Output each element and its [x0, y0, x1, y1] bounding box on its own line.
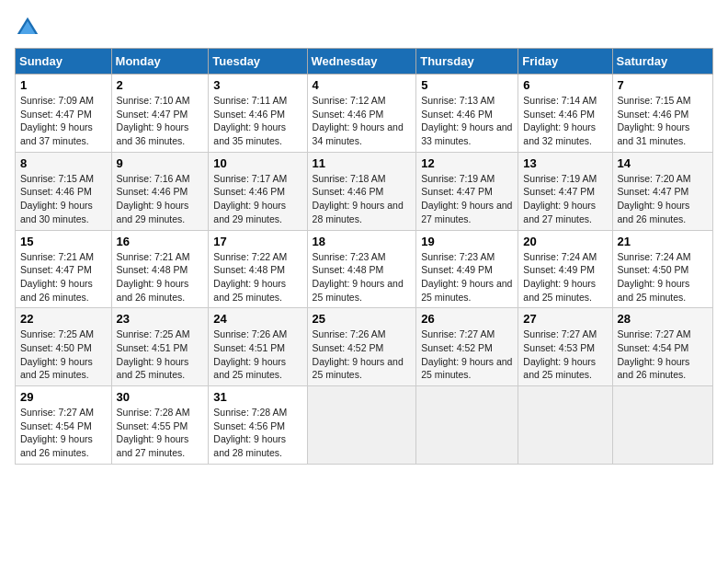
calendar-cell: 13 Sunrise: 7:19 AMSunset: 4:47 PMDaylig…	[518, 152, 612, 230]
day-number: 23	[117, 312, 204, 326]
day-number: 26	[421, 312, 513, 326]
cell-info: Sunrise: 7:21 AMSunset: 4:48 PMDaylight:…	[117, 251, 190, 303]
logo	[15, 15, 44, 40]
day-number: 30	[117, 390, 204, 404]
calendar-cell: 29 Sunrise: 7:27 AMSunset: 4:54 PMDaylig…	[16, 386, 112, 465]
day-number: 31	[213, 390, 301, 404]
day-number: 17	[213, 235, 301, 248]
calendar-cell: 30 Sunrise: 7:28 AMSunset: 4:55 PMDaylig…	[111, 386, 209, 465]
calendar-cell: 25 Sunrise: 7:26 AMSunset: 4:52 PMDaylig…	[307, 308, 416, 386]
day-number: 15	[20, 235, 107, 248]
calendar-cell: 3 Sunrise: 7:11 AMSunset: 4:46 PMDayligh…	[209, 75, 307, 153]
calendar-cell: 17 Sunrise: 7:22 AMSunset: 4:48 PMDaylig…	[209, 230, 307, 308]
cell-info: Sunrise: 7:23 AMSunset: 4:48 PMDaylight:…	[313, 251, 404, 303]
day-number: 29	[20, 390, 107, 404]
calendar-cell: 16 Sunrise: 7:21 AMSunset: 4:48 PMDaylig…	[111, 230, 209, 308]
calendar-table: SundayMondayTuesdayWednesdayThursdayFrid…	[15, 48, 713, 465]
calendar-cell: 2 Sunrise: 7:10 AMSunset: 4:47 PMDayligh…	[111, 75, 209, 153]
day-number: 12	[421, 156, 513, 170]
day-number: 20	[523, 235, 607, 248]
cell-info: Sunrise: 7:10 AMSunset: 4:47 PMDaylight:…	[117, 95, 190, 146]
cell-info: Sunrise: 7:19 AMSunset: 4:47 PMDaylight:…	[523, 173, 597, 224]
calendar-cell: 8 Sunrise: 7:15 AMSunset: 4:46 PMDayligh…	[16, 152, 112, 230]
calendar-cell: 6 Sunrise: 7:14 AMSunset: 4:46 PMDayligh…	[518, 75, 612, 153]
day-number: 18	[313, 235, 412, 248]
day-number: 22	[20, 312, 107, 326]
calendar-cell: 9 Sunrise: 7:16 AMSunset: 4:46 PMDayligh…	[111, 152, 209, 230]
calendar-cell: 26 Sunrise: 7:27 AMSunset: 4:52 PMDaylig…	[416, 308, 518, 386]
calendar-cell: 31 Sunrise: 7:28 AMSunset: 4:56 PMDaylig…	[209, 386, 307, 465]
calendar-cell: 23 Sunrise: 7:25 AMSunset: 4:51 PMDaylig…	[111, 308, 209, 386]
calendar-cell: 20 Sunrise: 7:24 AMSunset: 4:49 PMDaylig…	[518, 230, 612, 308]
cell-info: Sunrise: 7:21 AMSunset: 4:47 PMDaylight:…	[20, 251, 94, 303]
calendar-cell: 22 Sunrise: 7:25 AMSunset: 4:50 PMDaylig…	[16, 308, 112, 386]
day-number: 21	[618, 235, 708, 248]
day-number: 16	[117, 235, 204, 248]
day-of-week-header: Thursday	[416, 49, 518, 75]
logo-icon	[15, 15, 40, 40]
day-of-week-header: Sunday	[16, 49, 112, 75]
day-of-week-header: Monday	[111, 49, 209, 75]
calendar-cell	[307, 386, 416, 465]
day-number: 14	[618, 156, 708, 170]
cell-info: Sunrise: 7:20 AMSunset: 4:47 PMDaylight:…	[618, 173, 691, 224]
cell-info: Sunrise: 7:27 AMSunset: 4:54 PMDaylight:…	[20, 407, 94, 458]
calendar-cell	[416, 386, 518, 465]
cell-info: Sunrise: 7:15 AMSunset: 4:46 PMDaylight:…	[20, 173, 94, 224]
cell-info: Sunrise: 7:11 AMSunset: 4:46 PMDaylight:…	[213, 95, 287, 146]
cell-info: Sunrise: 7:26 AMSunset: 4:51 PMDaylight:…	[213, 328, 287, 380]
day-number: 24	[213, 312, 301, 326]
day-number: 6	[523, 78, 607, 92]
header	[15, 15, 713, 40]
calendar-cell: 24 Sunrise: 7:26 AMSunset: 4:51 PMDaylig…	[209, 308, 307, 386]
calendar-cell: 21 Sunrise: 7:24 AMSunset: 4:50 PMDaylig…	[612, 230, 712, 308]
cell-info: Sunrise: 7:27 AMSunset: 4:53 PMDaylight:…	[523, 328, 597, 380]
cell-info: Sunrise: 7:18 AMSunset: 4:46 PMDaylight:…	[313, 173, 404, 224]
day-number: 27	[523, 312, 607, 326]
calendar-cell: 19 Sunrise: 7:23 AMSunset: 4:49 PMDaylig…	[416, 230, 518, 308]
day-of-week-header: Wednesday	[307, 49, 416, 75]
cell-info: Sunrise: 7:19 AMSunset: 4:47 PMDaylight:…	[421, 173, 512, 224]
cell-info: Sunrise: 7:27 AMSunset: 4:52 PMDaylight:…	[421, 328, 512, 380]
day-number: 4	[313, 78, 412, 92]
day-number: 19	[421, 235, 513, 248]
cell-info: Sunrise: 7:14 AMSunset: 4:46 PMDaylight:…	[523, 95, 597, 146]
cell-info: Sunrise: 7:17 AMSunset: 4:46 PMDaylight:…	[213, 173, 287, 224]
calendar-cell: 27 Sunrise: 7:27 AMSunset: 4:53 PMDaylig…	[518, 308, 612, 386]
calendar-cell: 4 Sunrise: 7:12 AMSunset: 4:46 PMDayligh…	[307, 75, 416, 153]
day-number: 2	[117, 78, 204, 92]
calendar-cell: 11 Sunrise: 7:18 AMSunset: 4:46 PMDaylig…	[307, 152, 416, 230]
calendar-cell: 10 Sunrise: 7:17 AMSunset: 4:46 PMDaylig…	[209, 152, 307, 230]
day-number: 11	[313, 156, 412, 170]
calendar-cell	[518, 386, 612, 465]
day-number: 5	[421, 78, 513, 92]
cell-info: Sunrise: 7:23 AMSunset: 4:49 PMDaylight:…	[421, 251, 512, 303]
day-number: 8	[20, 156, 107, 170]
cell-info: Sunrise: 7:25 AMSunset: 4:51 PMDaylight:…	[117, 328, 190, 380]
day-of-week-header: Saturday	[612, 49, 712, 75]
calendar-cell: 12 Sunrise: 7:19 AMSunset: 4:47 PMDaylig…	[416, 152, 518, 230]
day-number: 10	[213, 156, 301, 170]
cell-info: Sunrise: 7:22 AMSunset: 4:48 PMDaylight:…	[213, 251, 287, 303]
calendar-cell	[612, 386, 712, 465]
day-number: 13	[523, 156, 607, 170]
day-number: 1	[20, 78, 107, 92]
cell-info: Sunrise: 7:15 AMSunset: 4:46 PMDaylight:…	[618, 95, 691, 146]
cell-info: Sunrise: 7:28 AMSunset: 4:55 PMDaylight:…	[117, 407, 190, 458]
day-number: 3	[213, 78, 301, 92]
calendar-cell: 7 Sunrise: 7:15 AMSunset: 4:46 PMDayligh…	[612, 75, 712, 153]
day-number: 25	[313, 312, 412, 326]
calendar-cell: 5 Sunrise: 7:13 AMSunset: 4:46 PMDayligh…	[416, 75, 518, 153]
day-of-week-header: Tuesday	[209, 49, 307, 75]
day-number: 9	[117, 156, 204, 170]
cell-info: Sunrise: 7:16 AMSunset: 4:46 PMDaylight:…	[117, 173, 190, 224]
cell-info: Sunrise: 7:28 AMSunset: 4:56 PMDaylight:…	[213, 407, 287, 458]
cell-info: Sunrise: 7:09 AMSunset: 4:47 PMDaylight:…	[20, 95, 94, 146]
calendar-cell: 18 Sunrise: 7:23 AMSunset: 4:48 PMDaylig…	[307, 230, 416, 308]
cell-info: Sunrise: 7:12 AMSunset: 4:46 PMDaylight:…	[313, 95, 404, 146]
cell-info: Sunrise: 7:25 AMSunset: 4:50 PMDaylight:…	[20, 328, 94, 380]
day-of-week-header: Friday	[518, 49, 612, 75]
day-number: 28	[618, 312, 708, 326]
calendar-cell: 14 Sunrise: 7:20 AMSunset: 4:47 PMDaylig…	[612, 152, 712, 230]
cell-info: Sunrise: 7:24 AMSunset: 4:49 PMDaylight:…	[523, 251, 597, 303]
